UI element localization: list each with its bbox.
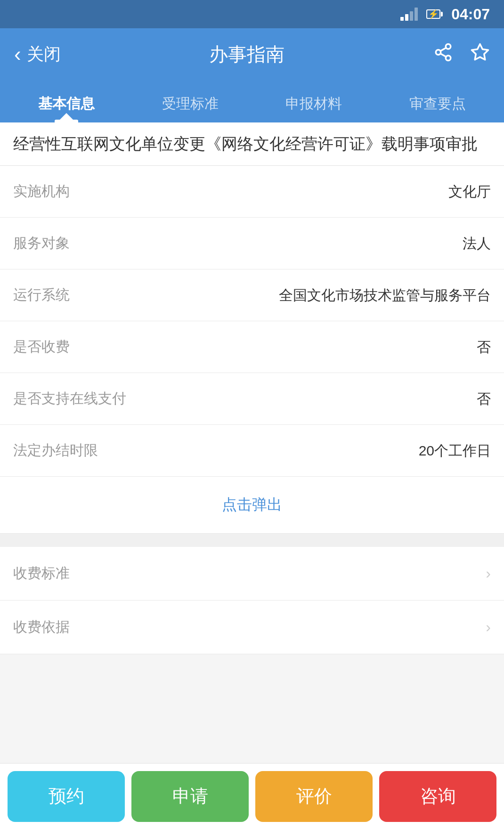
- info-row-fee: 是否收费 否: [0, 321, 504, 373]
- svg-line-3: [440, 53, 446, 57]
- tab-basic[interactable]: 基本信息: [5, 85, 129, 122]
- info-row-online-payment: 是否支持在线支付 否: [0, 373, 504, 425]
- nav-bar: ‹ 关闭 办事指南: [0, 28, 504, 80]
- share-icon[interactable]: [433, 42, 453, 66]
- battery-icon: ⚡: [426, 9, 443, 19]
- section-divider: [0, 534, 504, 547]
- book-button[interactable]: 预约: [8, 771, 125, 822]
- info-row-deadline: 法定办结时限 20个工作日: [0, 425, 504, 477]
- info-row-institution: 实施机构 文化厅: [0, 166, 504, 218]
- signal-icon: [400, 8, 418, 21]
- expand-section: 收费标准 › 收费依据 ›: [0, 547, 504, 654]
- info-row-service-target: 服务对象 法人: [0, 218, 504, 269]
- click-popup-row[interactable]: 点击弹出: [0, 477, 504, 534]
- chevron-right-icon: ›: [486, 565, 491, 582]
- tab-standard[interactable]: 受理标准: [129, 85, 252, 122]
- info-section: 实施机构 文化厅 服务对象 法人 运行系统 全国文化市场技术监管与服务平台 是否…: [0, 166, 504, 477]
- review-button[interactable]: 评价: [255, 771, 373, 822]
- expand-row-fee-standard[interactable]: 收费标准 ›: [0, 547, 504, 601]
- tab-review[interactable]: 审查要点: [376, 85, 500, 122]
- consult-button[interactable]: 咨询: [379, 771, 496, 822]
- page-title: 经营性互联网文化单位变更《网络文化经营许可证》载明事项审批: [13, 132, 491, 156]
- tab-bar: 基本信息 受理标准 申报材料 审查要点: [0, 80, 504, 122]
- apply-button[interactable]: 申请: [131, 771, 249, 822]
- back-icon[interactable]: ‹: [14, 42, 21, 66]
- status-time: 04:07: [451, 6, 490, 23]
- bottom-action-bar: 预约 申请 评价 咨询: [0, 763, 504, 829]
- nav-left: ‹ 关闭: [14, 42, 61, 66]
- tab-materials[interactable]: 申报材料: [252, 85, 376, 122]
- status-bar: ⚡ 04:07: [0, 0, 504, 28]
- click-popup-button[interactable]: 点击弹出: [222, 495, 282, 515]
- close-button[interactable]: 关闭: [27, 43, 61, 66]
- page-title-section: 经营性互联网文化单位变更《网络文化经营许可证》载明事项审批: [0, 122, 504, 166]
- star-icon[interactable]: [470, 42, 490, 66]
- svg-marker-5: [472, 44, 488, 59]
- nav-title: 办事指南: [209, 41, 285, 67]
- expand-row-fee-basis[interactable]: 收费依据 ›: [0, 601, 504, 654]
- nav-right: [433, 42, 490, 66]
- svg-line-4: [440, 48, 446, 51]
- chevron-right-icon-2: ›: [486, 618, 491, 636]
- info-row-system: 运行系统 全国文化市场技术监管与服务平台: [0, 269, 504, 321]
